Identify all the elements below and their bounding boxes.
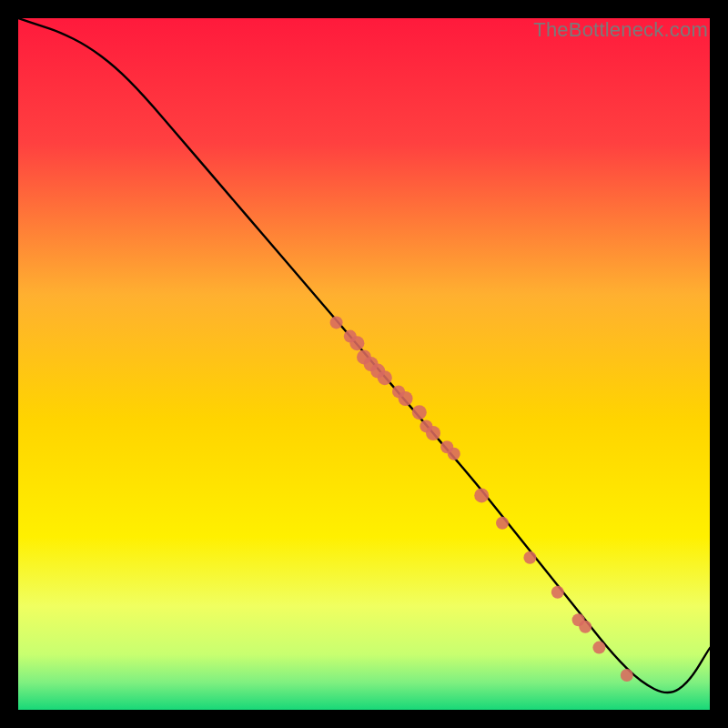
data-point bbox=[474, 488, 489, 502]
watermark-text: TheBottleneck.com bbox=[533, 18, 708, 42]
data-point bbox=[592, 642, 605, 654]
data-point bbox=[551, 586, 564, 599]
data-point bbox=[399, 391, 413, 406]
data-point bbox=[426, 426, 440, 440]
data-point bbox=[579, 621, 592, 633]
data-point bbox=[448, 448, 460, 460]
chart-frame: TheBottleneck.com bbox=[18, 18, 710, 710]
bottleneck-chart bbox=[18, 18, 710, 710]
data-point bbox=[378, 370, 392, 385]
data-point bbox=[330, 316, 343, 329]
data-point bbox=[349, 336, 364, 350]
data-point bbox=[523, 551, 536, 564]
data-point bbox=[621, 669, 633, 682]
data-point bbox=[412, 405, 427, 420]
data-point bbox=[496, 517, 509, 530]
